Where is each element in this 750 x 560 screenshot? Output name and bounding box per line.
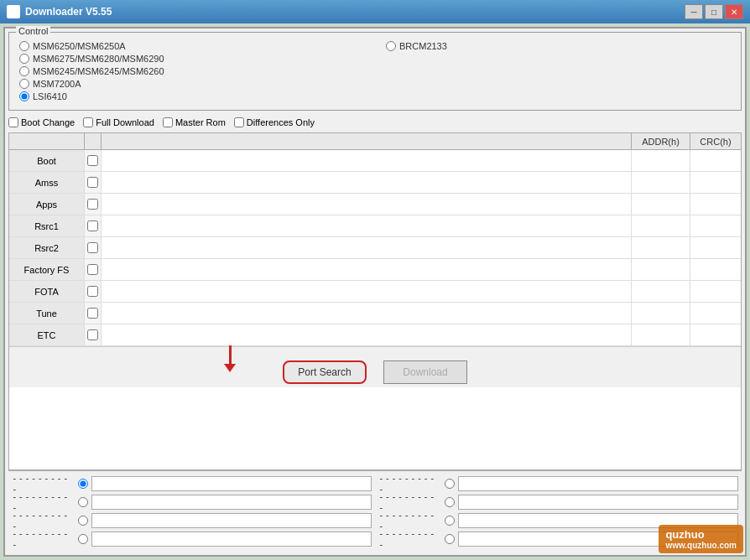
port-text-3[interactable] (91, 513, 372, 528)
row-boot-addr[interactable] (632, 150, 690, 171)
radio-brcm2133-input[interactable] (386, 41, 396, 51)
factoryfs-file-check[interactable] (87, 264, 98, 275)
factoryfs-addr-input[interactable] (635, 265, 686, 275)
port-radio-4[interactable] (78, 534, 88, 544)
master-rom-checkbox[interactable] (163, 117, 173, 127)
row-etc-check[interactable] (85, 324, 102, 345)
port-text-4[interactable] (91, 531, 372, 547)
apps-addr-input[interactable] (635, 200, 686, 210)
row-tune-addr[interactable] (632, 303, 690, 324)
row-tune-crc[interactable] (690, 303, 741, 324)
etc-file-check[interactable] (87, 329, 98, 340)
download-button[interactable]: Download (383, 360, 467, 384)
boot-addr-input[interactable] (635, 156, 686, 166)
etc-addr-input[interactable] (635, 330, 686, 340)
row-apps-check[interactable] (85, 194, 102, 215)
tune-file-check[interactable] (87, 308, 98, 319)
port-text-1[interactable] (91, 476, 372, 491)
row-factoryfs-file[interactable] (102, 259, 632, 280)
row-fota-check[interactable] (85, 281, 102, 302)
etc-crc-input[interactable] (694, 330, 737, 340)
rsrc2-file-check[interactable] (87, 242, 98, 253)
boot-file-check[interactable] (87, 155, 98, 166)
port-right-text-1[interactable] (458, 476, 738, 491)
row-amss-addr[interactable] (632, 172, 690, 193)
row-tune-check[interactable] (85, 303, 102, 324)
apps-file-input[interactable] (105, 200, 628, 210)
row-boot-file[interactable] (102, 150, 632, 171)
radio-brcm2133[interactable]: BRCM2133 (386, 41, 736, 51)
boot-crc-input[interactable] (694, 156, 737, 166)
radio-msm6275[interactable]: MSM6275/MSM6280/MSM6290 (19, 54, 369, 64)
rsrc2-addr-input[interactable] (635, 243, 686, 253)
port-right-radio-2[interactable] (445, 497, 455, 507)
row-boot-crc[interactable] (690, 150, 741, 171)
fota-file-check[interactable] (87, 286, 98, 297)
row-boot-check[interactable] (85, 150, 102, 171)
row-fota-crc[interactable] (690, 281, 741, 302)
tune-addr-input[interactable] (635, 309, 686, 319)
fota-addr-input[interactable] (635, 287, 686, 297)
rsrc1-file-input[interactable] (105, 221, 628, 231)
row-rsrc1-crc[interactable] (690, 215, 741, 236)
row-etc-addr[interactable] (632, 324, 690, 345)
row-factoryfs-check[interactable] (85, 259, 102, 280)
amss-file-input[interactable] (105, 178, 628, 188)
radio-msm6245[interactable]: MSM6245/MSM6245/MSM6260 (19, 66, 369, 76)
factoryfs-file-input[interactable] (105, 265, 628, 275)
full-download-checkbox[interactable] (83, 117, 93, 127)
radio-lsi6410-input[interactable] (19, 91, 29, 101)
fota-file-input[interactable] (105, 287, 628, 297)
port-right-radio-1[interactable] (445, 479, 455, 489)
row-etc-file[interactable] (102, 324, 632, 345)
port-right-radio-3[interactable] (445, 516, 455, 526)
row-amss-crc[interactable] (690, 172, 741, 193)
differences-only-checkbox[interactable] (234, 117, 244, 127)
row-rsrc2-check[interactable] (85, 237, 102, 258)
radio-msm6250[interactable]: MSM6250/MSM6250A (19, 41, 369, 51)
row-etc-crc[interactable] (690, 324, 741, 345)
radio-msm6245-input[interactable] (19, 66, 29, 76)
etc-file-input[interactable] (105, 330, 628, 340)
radio-msm6250-input[interactable] (19, 41, 29, 51)
port-text-2[interactable] (91, 495, 372, 510)
tune-file-input[interactable] (105, 309, 628, 319)
rsrc1-crc-input[interactable] (694, 221, 737, 231)
row-rsrc1-addr[interactable] (632, 215, 690, 236)
row-rsrc2-crc[interactable] (690, 237, 741, 258)
apps-crc-input[interactable] (694, 200, 737, 210)
rsrc2-file-input[interactable] (105, 243, 628, 253)
radio-msm7200[interactable]: MSM7200A (19, 79, 369, 89)
radio-msm7200-input[interactable] (19, 79, 29, 89)
row-apps-addr[interactable] (632, 194, 690, 215)
row-factoryfs-crc[interactable] (690, 259, 741, 280)
row-fota-addr[interactable] (632, 281, 690, 302)
minimize-button[interactable]: ─ (685, 4, 703, 19)
amss-addr-input[interactable] (635, 178, 686, 188)
row-apps-crc[interactable] (690, 194, 741, 215)
row-rsrc2-file[interactable] (102, 237, 632, 258)
row-tune-file[interactable] (102, 303, 632, 324)
port-search-button[interactable]: Port Search (283, 360, 367, 384)
boot-file-input[interactable] (105, 156, 628, 166)
maximize-button[interactable]: □ (705, 4, 723, 19)
row-rsrc2-addr[interactable] (632, 237, 690, 258)
row-fota-file[interactable] (102, 281, 632, 302)
tune-crc-input[interactable] (694, 309, 737, 319)
rsrc1-addr-input[interactable] (635, 221, 686, 231)
radio-lsi6410[interactable]: LSI6410 (19, 91, 369, 101)
port-radio-2[interactable] (78, 497, 88, 507)
row-amss-check[interactable] (85, 172, 102, 193)
apps-file-check[interactable] (87, 199, 98, 210)
port-radio-1[interactable] (78, 479, 88, 489)
close-button[interactable]: ✕ (725, 4, 743, 19)
row-factoryfs-addr[interactable] (632, 259, 690, 280)
port-right-text-2[interactable] (458, 495, 738, 510)
fota-crc-input[interactable] (694, 287, 737, 297)
row-apps-file[interactable] (102, 194, 632, 215)
full-download-checkbox-label[interactable]: Full Download (83, 117, 154, 127)
differences-only-checkbox-label[interactable]: Differences Only (234, 117, 315, 127)
port-right-radio-4[interactable] (445, 534, 455, 544)
boot-change-checkbox-label[interactable]: Boot Change (8, 117, 75, 127)
row-rsrc1-file[interactable] (102, 215, 632, 236)
